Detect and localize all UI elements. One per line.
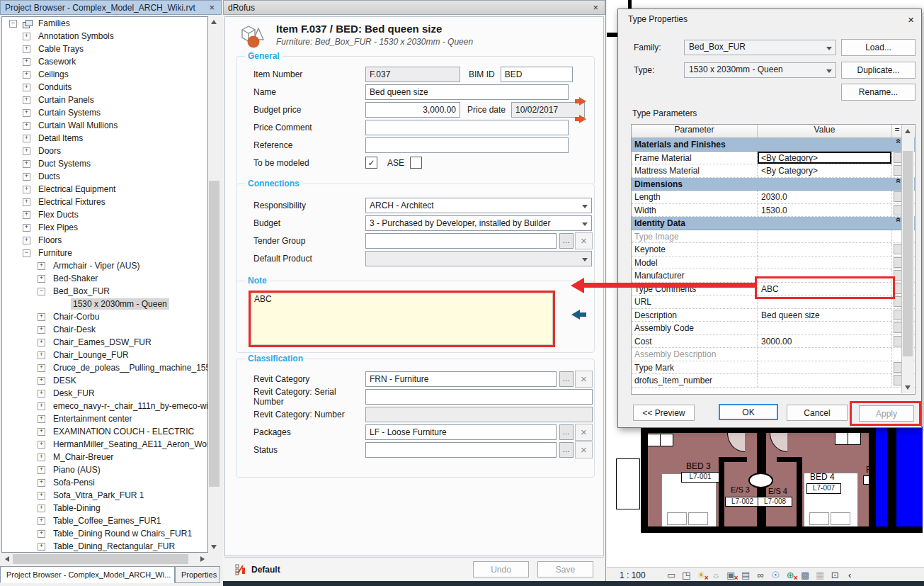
packages-clear-button[interactable]: ×	[575, 424, 593, 441]
parameter-value[interactable]: Bed queen size	[758, 309, 892, 322]
expand-collapse-icon[interactable]: +	[38, 530, 45, 538]
note-textarea[interactable]: ABC	[251, 293, 553, 345]
tree-item[interactable]: + Detail Items	[2, 132, 207, 145]
tree-item[interactable]: − Families	[2, 17, 207, 30]
parameter-column-header[interactable]: Parameter	[632, 125, 758, 137]
parameter-value[interactable]	[758, 374, 892, 387]
parameter-row[interactable]: Length 2030.0	[632, 191, 915, 204]
expand-collapse-icon[interactable]: +	[23, 84, 30, 91]
tree-item[interactable]: + Curtain Wall Mullions	[2, 119, 207, 132]
expand-collapse-icon[interactable]: +	[23, 45, 30, 53]
ok-button[interactable]: OK	[719, 404, 778, 420]
duplicate-button[interactable]: Duplicate...	[841, 62, 916, 79]
apply-button[interactable]: Apply	[859, 405, 914, 422]
parameter-row[interactable]: Materials and Finishes «	[632, 138, 915, 152]
sun-path-icon[interactable]: ☀×	[695, 570, 707, 580]
crop-view-icon[interactable]: ▣×	[725, 570, 737, 580]
tree-item[interactable]: + Chair_Eames_DSW_FUR	[2, 336, 207, 349]
tree-item[interactable]: + Piano (AUS)	[2, 463, 207, 476]
tree-item[interactable]: + EXAMINATION COUCH - ELECTRIC	[2, 425, 207, 438]
parameter-row[interactable]: URL	[632, 295, 915, 309]
tree-item[interactable]: + Table_Dining_Rectangular_FUR	[2, 540, 207, 553]
expand-collapse-icon[interactable]: +	[23, 147, 30, 155]
show-crop-icon[interactable]: ▤	[740, 570, 752, 580]
dialog-titlebar[interactable]: Type Properties ×	[618, 9, 921, 29]
parameter-row[interactable]: Cost 3000.00	[632, 335, 915, 349]
tree-item[interactable]: + Armchair - Viper (AUS)	[2, 259, 207, 272]
responsibility-dropdown[interactable]: ARCH - Architect	[365, 198, 592, 213]
tree-item[interactable]: + HermanMiller_Seating_AE11_Aeron_Work(	[2, 438, 207, 451]
save-button[interactable]: Save	[537, 561, 593, 577]
status-browse-button[interactable]: …	[559, 442, 574, 458]
expand-collapse-icon[interactable]: +	[38, 364, 45, 372]
expand-collapse-icon[interactable]: +	[23, 122, 30, 130]
expand-collapse-icon[interactable]: +	[23, 71, 30, 79]
tree-item[interactable]: + Conduits	[2, 81, 207, 94]
parameter-value[interactable]	[758, 243, 892, 256]
tree-item[interactable]: + Bed-Shaker	[2, 272, 207, 285]
tree-item[interactable]: + Entertainment center	[2, 412, 207, 425]
tree-item[interactable]: + Flex Pipes	[2, 221, 207, 234]
tree-item[interactable]: + Casework	[2, 55, 207, 68]
budget-dropdown[interactable]: 3 - Purchased by Developer, installed by…	[365, 215, 592, 231]
tree-item[interactable]: + Chair-Desk	[2, 323, 207, 336]
tree-item[interactable]: + Desk_FUR	[2, 387, 207, 400]
shadows-icon[interactable]: ☼	[710, 570, 722, 580]
tree-item[interactable]: + emeco_navy-r-_chair_111n_by-emeco-wit	[2, 400, 207, 412]
reveal-hidden-icon[interactable]: ☉	[770, 570, 782, 580]
packages-field[interactable]: LF - Loose Furniture	[365, 424, 557, 440]
detail-level-icon[interactable]: ▭	[666, 570, 678, 580]
temporary-hide-icon[interactable]: ∞	[755, 570, 767, 580]
expand-collapse-icon[interactable]: +	[23, 109, 30, 117]
tree-item[interactable]: + Sofa-Pensi	[2, 476, 207, 489]
expand-collapse-icon[interactable]: +	[23, 33, 30, 40]
expand-collapse-icon[interactable]: +	[38, 351, 45, 359]
parameter-row[interactable]: Assembly Description	[632, 348, 915, 361]
default-product-dropdown[interactable]	[365, 251, 592, 266]
expand-collapse-icon[interactable]: +	[23, 96, 30, 104]
tree-item[interactable]: + Doors	[2, 145, 207, 157]
expand-collapse-icon[interactable]: +	[38, 453, 45, 461]
undo-button[interactable]: Undo	[473, 561, 529, 577]
ase-checkbox[interactable]	[410, 157, 422, 169]
tree-item[interactable]: − Furniture	[2, 247, 207, 259]
scrollbar-thumb[interactable]	[13, 554, 188, 564]
tender-group-clear-button[interactable]: ×	[575, 232, 593, 249]
parameter-value[interactable]: 1530.0	[758, 204, 892, 217]
parameter-value[interactable]: <By Category>	[758, 152, 892, 164]
parameter-value[interactable]	[758, 361, 892, 374]
expand-collapse-icon[interactable]: −	[9, 20, 17, 28]
parameter-value[interactable]: ABC	[758, 283, 892, 295]
revit-category-clear-button[interactable]: ×	[575, 371, 593, 388]
parameter-row[interactable]: Model	[632, 257, 915, 270]
type-dropdown[interactable]: 1530 x 2030mm - Queen	[684, 62, 836, 78]
revit-category-browse-button[interactable]: …	[559, 371, 574, 387]
expand-collapse-icon[interactable]: +	[23, 237, 30, 244]
cancel-button[interactable]: Cancel	[787, 405, 848, 421]
tree-item[interactable]: + Annotation Symbols	[2, 30, 207, 43]
parameter-value[interactable]	[758, 269, 892, 282]
scroll-down-icon[interactable]	[211, 545, 217, 549]
tree-item[interactable]: 1530 x 2030mm - Queen	[2, 298, 207, 310]
expand-collapse-icon[interactable]: +	[23, 186, 30, 193]
expand-collapse-icon[interactable]: +	[38, 377, 45, 385]
tree-item[interactable]: + Table_Dining Round w Chairs_FUR1	[2, 527, 207, 540]
expand-collapse-icon[interactable]: +	[38, 543, 45, 551]
tree-item[interactable]: + Ceilings	[2, 68, 207, 81]
scroll-up-icon[interactable]	[211, 20, 217, 24]
visual-style-icon[interactable]: ◳	[680, 570, 692, 580]
tab-project-browser[interactable]: Project Browser - Complex_Model_ARCH_Wi.…	[0, 566, 175, 583]
tree-item[interactable]: + DESK	[2, 374, 207, 387]
tree-item[interactable]: + Table-Dining	[2, 502, 207, 514]
expand-collapse-icon[interactable]: +	[23, 160, 30, 168]
expand-collapse-icon[interactable]: +	[23, 58, 30, 66]
value-column-header[interactable]: Value	[758, 125, 892, 137]
to-be-modeled-checkbox[interactable]: ✓	[365, 157, 377, 169]
budget-price-field[interactable]: 3,000.00	[365, 102, 460, 118]
bim-id-field[interactable]: BED	[501, 67, 573, 82]
parameter-row[interactable]: Dimensions «	[632, 178, 915, 191]
family-dropdown[interactable]: Bed_Box_FUR	[684, 40, 836, 55]
expand-collapse-icon[interactable]: +	[38, 313, 45, 321]
price-comment-field[interactable]	[365, 120, 569, 135]
expand-collapse-icon[interactable]: +	[38, 428, 45, 436]
